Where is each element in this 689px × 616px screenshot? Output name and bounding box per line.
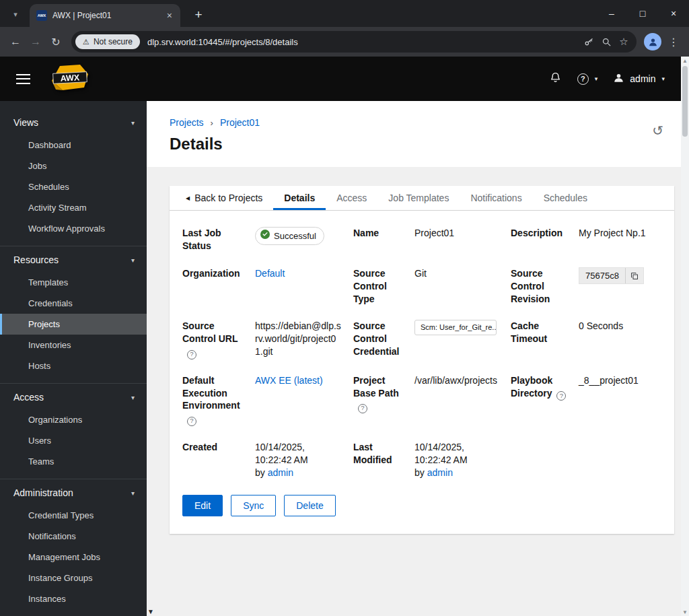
field-default-ee-value: AWX EE (latest) [255, 374, 353, 387]
sidebar-item-activity-stream[interactable]: Activity Stream [0, 197, 147, 218]
field-scm-credential-term: Source Control Credential [353, 320, 414, 358]
sidebar-item-instances[interactable]: Instances [0, 588, 147, 609]
sidebar-item-workflow-approvals[interactable]: Workflow Approvals [0, 218, 147, 239]
field-base-path-value: /var/lib/awx/projects [414, 374, 511, 387]
security-label: Not secure [94, 37, 133, 46]
execution-environment-link[interactable]: AWX EE (latest) [255, 375, 323, 386]
sidebar-section-access[interactable]: Access ▾ [0, 384, 147, 409]
created-by-link[interactable]: admin [268, 467, 293, 478]
scrollbar-up-icon[interactable]: ▲ [681, 57, 689, 65]
help-icon[interactable]: ? [358, 404, 367, 413]
back-caret-icon: ◀ [186, 195, 190, 201]
sidebar-item-users[interactable]: Users [0, 430, 147, 451]
tab-back-to-projects[interactable]: ◀ Back to Projects [175, 186, 273, 210]
field-scm-revision-term: Source Control Revision [511, 267, 579, 306]
field-modified-value: 10/14/2025, 10:22:42 AM byadmin [414, 441, 511, 479]
back-button[interactable]: ← [5, 32, 26, 52]
reload-button[interactable]: ↻ [46, 32, 66, 52]
close-button[interactable]: × [658, 0, 689, 27]
address-bar[interactable]: ⚠ Not secure dlp.srv.world:10445/#/proje… [71, 31, 637, 53]
content-area: ◀ Back to Projects Details Access Job Te… [147, 167, 681, 534]
breadcrumb-projects-link[interactable]: Projects [170, 117, 204, 128]
sidebar-section-administration[interactable]: Administration ▾ [0, 479, 147, 505]
page-scrollbar[interactable]: ▲ ▼ [681, 57, 689, 616]
sidebar-section-resources[interactable]: Resources ▾ [0, 246, 147, 272]
tab-access[interactable]: Access [326, 186, 377, 210]
field-created-term: Created [182, 441, 255, 454]
sidebar-item-notifications[interactable]: Notifications [0, 526, 147, 547]
user-icon [614, 73, 624, 85]
password-key-icon[interactable] [580, 33, 597, 50]
field-playbook-dir-term: Playbook Directory? [511, 374, 579, 401]
scrollbar-thumb[interactable] [682, 66, 688, 137]
field-scm-type-term: Source Control Type [353, 267, 414, 306]
credential-chip[interactable]: Scm: User_for_Git_re... [414, 320, 497, 335]
help-icon[interactable]: ? [187, 417, 196, 426]
url-text[interactable]: dlp.srv.world:10445/#/projects/8/details [147, 37, 580, 47]
sidebar-item-jobs[interactable]: Jobs [0, 156, 147, 176]
tab-notifications[interactable]: Notifications [460, 186, 532, 210]
security-chip[interactable]: ⚠ Not secure [75, 34, 140, 49]
browser-tab-strip: ▾ AWX AWX | Project01 × + – □ × [0, 0, 689, 27]
field-description-value: My Project Np.1 [579, 227, 661, 240]
minimize-button[interactable]: – [596, 0, 627, 27]
copy-icon[interactable] [625, 268, 643, 284]
browser-menu-icon[interactable]: ⋮ [663, 32, 684, 52]
edit-button[interactable]: Edit [182, 495, 223, 516]
sidebar-item-credential-types[interactable]: Credential Types [0, 505, 147, 526]
bookmark-star-icon[interactable]: ☆ [615, 33, 632, 50]
new-tab-button[interactable]: + [190, 6, 207, 24]
organization-link[interactable]: Default [255, 268, 285, 279]
action-buttons: Edit Sync Delete [182, 495, 674, 516]
tab-close-icon[interactable]: × [166, 10, 174, 21]
profile-avatar[interactable] [644, 33, 661, 50]
warning-icon: ⚠ [83, 38, 89, 46]
help-menu[interactable]: ? ▾ [577, 73, 598, 85]
sidebar-item-templates[interactable]: Templates [0, 272, 147, 293]
sidebar-item-credentials[interactable]: Credentials [0, 293, 147, 314]
sidebar: Views ▾ Dashboard Jobs Schedules Activit… [0, 101, 147, 616]
sidebar-item-dashboard[interactable]: Dashboard [0, 135, 147, 156]
sidebar-item-projects[interactable]: Projects [0, 314, 147, 335]
zoom-icon[interactable] [597, 33, 615, 50]
browser-tab[interactable]: AWX AWX | Project01 × [30, 4, 180, 27]
help-icon[interactable]: ? [187, 350, 196, 360]
breadcrumb-project01-link[interactable]: Project01 [220, 117, 260, 128]
sidebar-item-organizations[interactable]: Organizations [0, 409, 147, 430]
awx-favicon: AWX [36, 10, 47, 21]
delete-button[interactable]: Delete [284, 495, 335, 516]
field-last-job-status-term: Last Job Status [182, 227, 255, 252]
scrollbar-down-icon[interactable]: ▼ [681, 608, 689, 616]
sidebar-item-teams[interactable]: Teams [0, 451, 147, 472]
breadcrumb-separator-icon: › [211, 118, 213, 128]
scroll-down-indicator-icon: ▼ [147, 608, 154, 615]
field-created-value: 10/14/2025, 10:22:42 AM byadmin [255, 441, 353, 479]
notifications-bell-icon[interactable] [550, 71, 561, 86]
header-actions: ? ▾ admin ▾ [550, 71, 665, 86]
revision-copy-box: 75675c8 [579, 267, 644, 285]
forward-button[interactable]: → [26, 32, 46, 52]
nav-toggle-hamburger-icon[interactable] [16, 74, 30, 84]
sidebar-item-schedules[interactable]: Schedules [0, 176, 147, 197]
user-menu[interactable]: admin ▾ [614, 73, 665, 85]
maximize-button[interactable]: □ [627, 0, 658, 27]
tab-details[interactable]: Details [273, 186, 326, 210]
sidebar-item-inventories[interactable]: Inventories [0, 335, 147, 355]
field-cache-timeout-term: Cache Timeout [511, 320, 579, 345]
tab-job-templates[interactable]: Job Templates [377, 186, 460, 210]
tab-search-icon[interactable]: ▾ [7, 5, 24, 23]
modified-by-link[interactable]: admin [427, 467, 453, 478]
page-title: Details [170, 135, 665, 153]
awx-logo[interactable]: AWX [49, 62, 91, 96]
history-icon[interactable]: ↺ [652, 123, 663, 139]
tab-schedules[interactable]: Schedules [533, 186, 598, 210]
field-cache-timeout-value: 0 Seconds [579, 320, 661, 333]
sidebar-item-hosts[interactable]: Hosts [0, 355, 147, 376]
sync-button[interactable]: Sync [231, 495, 276, 516]
chevron-down-icon: ▾ [595, 75, 598, 82]
help-icon[interactable]: ? [556, 391, 566, 401]
sidebar-item-management-jobs[interactable]: Management Jobs [0, 547, 147, 568]
awx-logo-text: AWX [60, 73, 80, 83]
sidebar-section-views[interactable]: Views ▾ [0, 109, 147, 135]
sidebar-item-instance-groups[interactable]: Instance Groups [0, 568, 147, 588]
